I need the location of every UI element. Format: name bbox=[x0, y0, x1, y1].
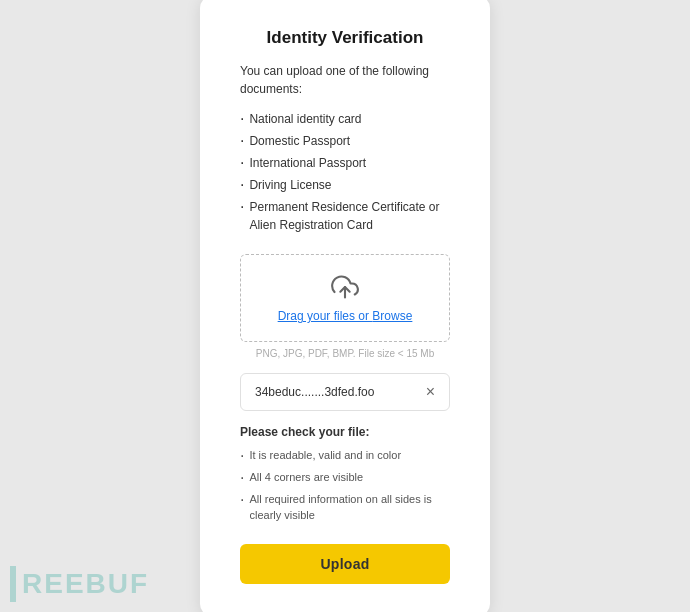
card-subtitle: You can upload one of the following docu… bbox=[240, 62, 450, 98]
check-item: All 4 corners are visible bbox=[240, 467, 450, 489]
upload-dropzone[interactable]: Drag your files or Browse bbox=[240, 254, 450, 342]
identity-verification-card: Identity Verification You can upload one… bbox=[200, 0, 490, 612]
file-types-label: PNG, JPG, PDF, BMP. File size < 15 Mb bbox=[240, 348, 450, 359]
list-item: Domestic Passport bbox=[240, 130, 450, 152]
file-remove-button[interactable]: × bbox=[426, 384, 435, 400]
list-item: Driving License bbox=[240, 174, 450, 196]
document-list: National identity card Domestic Passport… bbox=[240, 108, 450, 236]
check-list: It is readable, valid and in color All 4… bbox=[240, 445, 450, 525]
list-item: International Passport bbox=[240, 152, 450, 174]
upload-icon bbox=[331, 273, 359, 301]
file-preview: 34beduc.......3dfed.foo × bbox=[240, 373, 450, 411]
browse-link[interactable]: Browse bbox=[372, 309, 412, 323]
check-title: Please check your file: bbox=[240, 425, 450, 439]
list-item: Permanent Residence Certificate or Alien… bbox=[240, 196, 450, 236]
check-item: All required information on all sides is… bbox=[240, 489, 450, 526]
check-section: Please check your file: It is readable, … bbox=[240, 425, 450, 525]
check-item: It is readable, valid and in color bbox=[240, 445, 450, 467]
file-name: 34beduc.......3dfed.foo bbox=[255, 385, 374, 399]
upload-text: Drag your files or Browse bbox=[278, 309, 413, 323]
watermark: REEBUF bbox=[10, 566, 149, 602]
watermark-text: REEBUF bbox=[22, 568, 149, 600]
card-title: Identity Verification bbox=[240, 28, 450, 48]
watermark-bar bbox=[10, 566, 16, 602]
upload-button[interactable]: Upload bbox=[240, 544, 450, 584]
list-item: National identity card bbox=[240, 108, 450, 130]
upload-text-before: Drag your files or bbox=[278, 309, 373, 323]
